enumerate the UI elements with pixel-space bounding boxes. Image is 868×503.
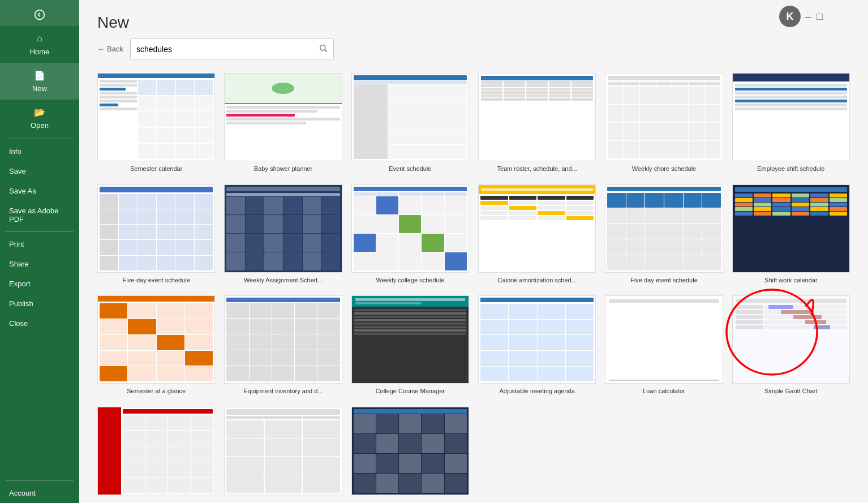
page-header: New K – □ (79, 0, 868, 38)
sidebar-item-save[interactable]: Save (0, 161, 79, 181)
new-icon: 📄 (34, 70, 45, 81)
sidebar-back-button[interactable] (0, 0, 79, 26)
template-bottom-3[interactable] (351, 407, 469, 498)
template-thumb-bottom-1 (97, 407, 215, 495)
template-thumb-simple-gantt (732, 295, 850, 384)
sidebar-item-open[interactable]: 📂 Open (0, 100, 79, 136)
window-controls: – □ (805, 11, 823, 23)
template-bottom-2[interactable] (224, 407, 342, 498)
open-icon: 📂 (34, 106, 45, 118)
sidebar-new-label: New (32, 84, 47, 93)
svg-line-2 (325, 50, 327, 52)
template-thumb-event-schedule (351, 73, 469, 161)
sidebar-item-publish[interactable]: Publish (0, 294, 79, 313)
template-five-day-conf[interactable]: Five day event schedule (605, 184, 723, 285)
template-event-schedule[interactable]: Event schedule (351, 73, 469, 173)
sidebar-item-close[interactable]: Close (0, 313, 79, 333)
sidebar-open-label: Open (31, 121, 49, 130)
divider-3 (6, 480, 74, 481)
template-team-roster[interactable]: Team roster, schedule, and... (478, 73, 596, 173)
sidebar-bottom: Account (0, 478, 79, 503)
template-thumb-five-day-event (97, 184, 215, 273)
template-label-employee-shift: Employee shift schedule (757, 165, 824, 173)
template-label-loan-calc: Loan calculator (643, 387, 685, 395)
user-avatar[interactable]: K (779, 6, 801, 27)
back-circle-icon (34, 9, 45, 20)
page-title: New (97, 14, 129, 32)
divider-2 (6, 231, 74, 232)
back-button[interactable]: ← Back (97, 45, 123, 53)
svg-point-0 (35, 10, 45, 20)
template-label-adj-meeting: Adjustable meeting agenda (499, 387, 574, 395)
template-thumb-employee-shift (732, 73, 850, 161)
template-shift-work[interactable]: Shift work calendar (732, 184, 850, 285)
template-weekly-assignment[interactable]: Weekly Assignment Sched... (224, 184, 342, 285)
template-loan-calc[interactable]: Loan calculator (605, 295, 723, 395)
sidebar-item-account[interactable]: Account (0, 483, 79, 503)
sidebar-item-home[interactable]: ⌂ Home (0, 26, 79, 63)
sidebar-item-save-as[interactable]: Save As (0, 181, 79, 201)
header-area: New K – □ ← Back (79, 0, 868, 68)
template-thumb-weekly-assignment (224, 184, 342, 273)
svg-point-1 (320, 45, 325, 50)
template-thumb-calorie-amort (478, 184, 596, 273)
template-adj-meeting[interactable]: Adjustable meeting agenda (478, 295, 596, 395)
template-label-calorie-amort: Calorie amortization sched... (497, 276, 576, 284)
template-thumb-bottom-2 (224, 407, 342, 495)
template-thumb-adj-meeting (478, 295, 596, 384)
minimize-icon[interactable]: – (805, 11, 811, 23)
template-label-team-roster: Team roster, schedule, and... (497, 165, 577, 173)
template-thumb-weekly-chore (605, 73, 723, 161)
template-label-equipment-inv: Equipment inventory and d... (243, 387, 323, 395)
template-baby-shower[interactable]: Baby shower planner (224, 73, 342, 173)
search-button[interactable] (313, 39, 333, 59)
template-label-shift-work: Shift work calendar (764, 276, 818, 284)
template-label-semester-calendar: Semester calendar (130, 165, 182, 173)
template-thumb-weekly-college (351, 184, 469, 273)
main-content: New K – □ ← Back (79, 0, 868, 503)
sidebar-item-save-adobe[interactable]: Save as Adobe PDF (0, 201, 79, 229)
search-icon (319, 44, 328, 53)
template-label-weekly-assignment: Weekly Assignment Sched... (244, 276, 323, 284)
template-simple-gantt[interactable]: Simple Gantt Chart (732, 295, 850, 395)
template-thumb-equipment-inv (224, 295, 342, 384)
template-weekly-chore[interactable]: Weekly chore schedule (605, 73, 723, 173)
search-box (130, 38, 334, 59)
template-college-course[interactable]: College Course Manager (351, 295, 469, 395)
template-five-day-event[interactable]: Five-day event schedule (97, 184, 215, 285)
template-bottom-1[interactable] (97, 407, 215, 498)
sidebar-item-info[interactable]: Info (0, 141, 79, 161)
sidebar-item-share[interactable]: Share (0, 254, 79, 274)
template-employee-shift[interactable]: Employee shift schedule (732, 73, 850, 173)
top-right-controls: K – □ (779, 6, 823, 27)
template-label-event-schedule: Event schedule (389, 165, 431, 173)
sidebar-item-new[interactable]: 📄 New (0, 63, 79, 100)
template-thumb-baby-shower (224, 73, 342, 161)
template-weekly-college[interactable]: Weekly college schedule (351, 184, 469, 285)
template-semester-glance[interactable]: Semester at a glance (97, 295, 215, 395)
sidebar-home-label: Home (30, 48, 50, 56)
sidebar-item-export[interactable]: Export (0, 274, 79, 294)
sidebar-item-print[interactable]: Print (0, 234, 79, 254)
home-icon: ⌂ (34, 33, 45, 44)
template-label-weekly-college: Weekly college schedule (376, 276, 444, 284)
sidebar: ⌂ Home 📄 New 📂 Open Info Save Save As Sa… (0, 0, 79, 503)
back-label: Back (107, 45, 123, 53)
template-thumb-five-day-conf (605, 184, 723, 273)
template-grid-wrapper: Semester calendar (79, 68, 868, 503)
back-arrow-icon: ← (97, 45, 105, 53)
template-thumb-loan-calc (605, 295, 723, 384)
template-semester-calendar[interactable]: Semester calendar (97, 73, 215, 173)
divider-1 (6, 139, 74, 139)
search-input[interactable] (131, 40, 313, 58)
template-label-five-day-conf: Five day event schedule (630, 276, 698, 284)
template-label-five-day-event: Five-day event schedule (123, 276, 190, 284)
template-label-simple-gantt: Simple Gantt Chart (764, 387, 818, 395)
template-thumb-bottom-3 (351, 407, 469, 495)
template-calorie-amort[interactable]: Calorie amortization sched... (478, 184, 596, 285)
template-thumb-semester-glance (97, 295, 215, 384)
template-label-baby-shower: Baby shower planner (254, 165, 312, 173)
search-row: ← Back (79, 38, 868, 68)
template-equipment-inv[interactable]: Equipment inventory and d... (224, 295, 342, 395)
maximize-icon[interactable]: □ (817, 11, 823, 23)
